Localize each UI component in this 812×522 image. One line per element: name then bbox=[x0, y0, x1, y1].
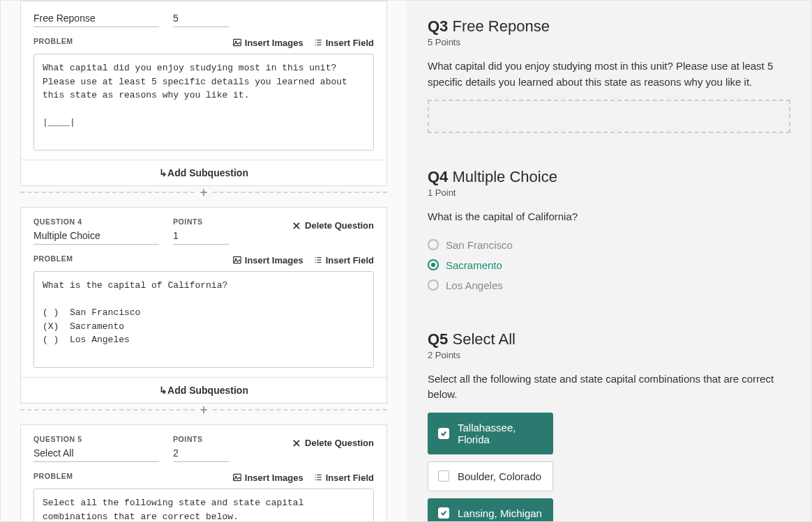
radio-icon bbox=[428, 279, 439, 291]
preview-question: Q3 Free Reponse 5 Points What capital di… bbox=[428, 17, 790, 133]
checkbox-icon bbox=[438, 470, 449, 482]
question-type: Select All bbox=[452, 330, 516, 348]
preview-question: Q5 Select All 2 Points Select all the fo… bbox=[428, 330, 790, 522]
question-prompt: What capital did you enjoy studying most… bbox=[428, 59, 790, 90]
option-label: Los Angeles bbox=[446, 279, 503, 291]
question-number: Q4 bbox=[428, 168, 448, 185]
question-number: Q5 bbox=[428, 330, 448, 348]
question-title-input[interactable] bbox=[33, 11, 159, 27]
add-subquestion-button[interactable]: ↳Add Subquestion bbox=[21, 377, 386, 403]
preview-question: Q4 Multiple Choice 1 Point What is the c… bbox=[428, 168, 790, 295]
close-icon bbox=[292, 438, 301, 448]
problem-label: PROBLEM bbox=[33, 254, 73, 263]
checkbox-option[interactable]: Tallahassee, Florida bbox=[428, 413, 553, 454]
problem-label: PROBLEM bbox=[33, 37, 73, 45]
question-number-label: QUESTION 5 bbox=[33, 435, 159, 443]
radio-icon bbox=[428, 239, 439, 250]
image-icon bbox=[232, 473, 242, 482]
question-number-label: QUESTION 4 bbox=[33, 217, 159, 226]
question-card: PROBLEM Insert Images Insert Field bbox=[20, 1, 387, 186]
insert-field-button[interactable]: Insert Field bbox=[313, 38, 374, 48]
app-shell: PROBLEM Insert Images Insert Field bbox=[0, 0, 812, 522]
option-label: Tallahassee, Florida bbox=[458, 422, 543, 445]
question-type: Multiple Choice bbox=[452, 168, 557, 185]
delete-question-button[interactable]: Delete Question bbox=[292, 438, 374, 448]
option-label: San Francisco bbox=[446, 239, 513, 251]
insert-images-button[interactable]: Insert Images bbox=[232, 473, 303, 483]
close-icon bbox=[292, 221, 301, 231]
radio-option[interactable]: Los Angeles bbox=[428, 275, 790, 295]
question-title-input[interactable] bbox=[33, 446, 159, 462]
list-icon bbox=[313, 473, 323, 482]
add-question-button[interactable]: + bbox=[195, 186, 213, 199]
option-label: Sacramento bbox=[446, 259, 502, 271]
question-points-input[interactable] bbox=[173, 229, 229, 245]
list-icon bbox=[313, 255, 323, 265]
image-icon bbox=[232, 255, 242, 265]
question-title-input[interactable] bbox=[33, 229, 159, 245]
radio-option[interactable]: Sacramento bbox=[428, 255, 790, 275]
insert-field-button[interactable]: Insert Field bbox=[313, 255, 374, 266]
question-prompt: What is the capital of California? bbox=[428, 209, 790, 225]
problem-textarea[interactable] bbox=[33, 271, 374, 368]
add-subquestion-button[interactable]: ↳Add Subquestion bbox=[21, 160, 386, 185]
question-number: Q3 bbox=[428, 17, 448, 35]
option-label: Boulder, Colorado bbox=[458, 470, 541, 482]
radio-option[interactable]: San Francisco bbox=[428, 235, 790, 255]
question-points: 1 Point bbox=[428, 187, 790, 198]
question-points: 2 Points bbox=[428, 350, 790, 360]
add-question-divider: + bbox=[20, 404, 387, 416]
question-type: Free Reponse bbox=[452, 17, 549, 35]
preview-column: Q3 Free Reponse 5 Points What capital di… bbox=[407, 1, 811, 521]
radio-icon bbox=[428, 259, 439, 270]
image-icon bbox=[232, 38, 242, 47]
problem-textarea[interactable] bbox=[33, 54, 374, 151]
insert-images-button[interactable]: Insert Images bbox=[232, 38, 303, 48]
problem-label: PROBLEM bbox=[33, 472, 73, 480]
option-label: Lansing, Michigan bbox=[458, 507, 542, 519]
checkbox-option[interactable]: Lansing, Michigan bbox=[428, 498, 553, 522]
delete-question-button[interactable]: Delete Question bbox=[292, 220, 374, 231]
points-label: POINTS bbox=[173, 435, 229, 443]
question-points-input[interactable] bbox=[173, 11, 229, 27]
checkbox-icon bbox=[438, 507, 449, 519]
list-icon bbox=[313, 38, 323, 47]
insert-images-button[interactable]: Insert Images bbox=[232, 255, 303, 266]
points-label: POINTS bbox=[173, 217, 229, 226]
checkbox-icon bbox=[438, 428, 449, 439]
question-points: 5 Points bbox=[428, 37, 790, 47]
question-card: QUESTION 4 POINTS Delete Question PROBLE… bbox=[20, 207, 387, 404]
free-response-answer-area[interactable] bbox=[428, 100, 790, 133]
question-card: QUESTION 5 POINTS Delete Question PROBLE… bbox=[20, 424, 387, 521]
add-question-button[interactable]: + bbox=[195, 404, 213, 416]
checkbox-option[interactable]: Boulder, Colorado bbox=[428, 461, 553, 491]
question-points-input[interactable] bbox=[173, 446, 229, 462]
question-prompt: Select all the following state and state… bbox=[428, 371, 790, 403]
problem-textarea[interactable] bbox=[33, 489, 374, 521]
insert-field-button[interactable]: Insert Field bbox=[313, 473, 374, 483]
add-question-divider: + bbox=[20, 186, 387, 199]
editor-column: PROBLEM Insert Images Insert Field bbox=[1, 1, 407, 521]
